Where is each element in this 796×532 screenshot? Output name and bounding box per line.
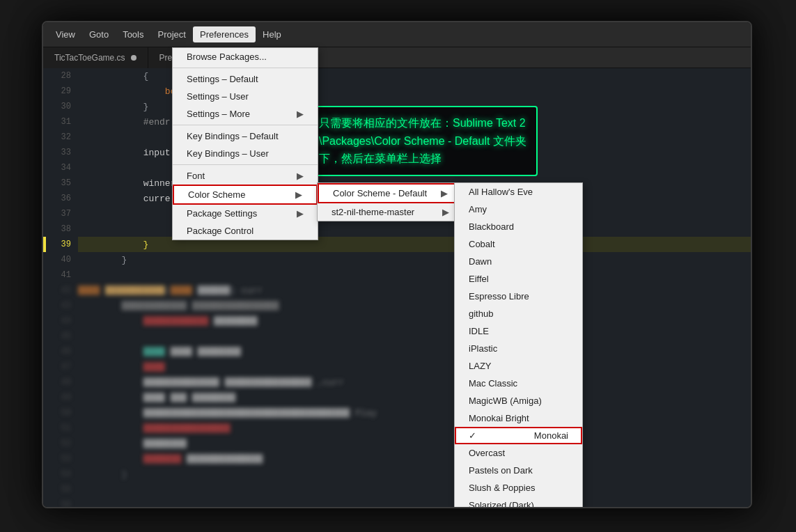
preferences-menu: Browse Packages... Settings – Default Se… [172,47,318,240]
code-line-56: 56 [78,497,751,507]
st2-nil-theme[interactable]: st2-nil-theme-master ▶ [318,203,463,221]
code-line-42: 42 ████ ███████████(████ ██████) curr [78,283,751,298]
cs-amy[interactable]: Amy [455,201,582,218]
cs-slush[interactable]: Slush & Poppies [455,479,582,496]
cs-cobalt[interactable]: Cobalt [455,235,582,253]
cs-dawn[interactable]: Dawn [455,253,582,270]
code-line-40: 40 } [78,252,751,267]
tab-label: TicTacToeGame.cs [54,53,125,63]
menu-view[interactable]: View [49,26,82,42]
code-line-44: 44 ████████████ ████████ [78,313,751,329]
settings-default[interactable]: Settings – Default [173,70,318,88]
key-bindings-user[interactable]: Key Bindings – User [173,145,318,162]
cs-solarized-dark[interactable]: Solarized (Dark) [455,496,582,508]
code-line-41: 41 [78,267,751,283]
package-settings-arrow: ▶ [297,208,304,219]
cs-espresso[interactable]: Espresso Libre [455,288,582,305]
code-line-55: 55 [78,482,751,497]
cs-magicwb[interactable]: MagicWB (Amiga) [455,392,582,409]
cs-idle[interactable]: IDLE [455,322,582,340]
menu-tools[interactable]: Tools [116,26,150,42]
code-line-47: 47 ████ [78,359,751,375]
code-line-52: 52 ████████ [78,436,751,451]
code-line-46: 46 ████ ████ ████████ [78,344,751,359]
line-marker [43,237,46,252]
menu-preferences[interactable]: Preferences [193,26,256,42]
menu-help[interactable]: Help [256,26,288,42]
color-scheme-arrow: ▶ [295,189,302,200]
code-line-54: 54 } [78,467,751,482]
browse-packages[interactable]: Browse Packages... [173,48,318,65]
tab-unsaved-dot [131,55,136,61]
code-line-49: 49 ████ ███ ████████ [78,390,751,405]
code-line-48: 48 ██████████████ ████████████████ ,curr [78,375,751,390]
menu-separator-2 [173,125,318,125]
tab-tictactoe[interactable]: TicTacToeGame.cs [43,47,148,68]
cs-eiffel[interactable]: Eiffel [455,270,582,288]
code-line-45: 45 [78,329,751,344]
color-scheme-submenu: Color Scheme - Default ▶ st2-nil-theme-m… [317,182,464,221]
settings-user[interactable]: Settings – User [173,88,318,105]
settings-more[interactable]: Settings – More ▶ [173,105,318,123]
cs-allhallows[interactable]: All Hallow's Eve [455,183,582,201]
key-bindings-default[interactable]: Key Bindings – Default [173,127,318,145]
app-window: View Goto Tools Project Preferences Help… [42,21,752,508]
settings-more-arrow: ▶ [297,109,304,119]
cs-monokai[interactable]: ✓ Monokai [455,427,582,444]
menubar: View Goto Tools Project Preferences Help [43,22,751,47]
cs-monokaibright[interactable]: Monokai Bright [455,409,582,427]
menu-separator-1 [173,68,318,68]
menu-project[interactable]: Project [151,26,193,42]
color-scheme-default[interactable]: Color Scheme - Default ▶ [318,183,463,203]
cs-macclassic[interactable]: Mac Classic [455,375,582,392]
code-line-43: 43 ████████████ ████████████████ [78,298,751,313]
color-scheme-option[interactable]: Color Scheme ▶ [173,185,318,205]
package-control[interactable]: Package Control [173,222,318,240]
cs-blackboard[interactable]: Blackboard [455,218,582,235]
cs-github[interactable]: github [455,305,582,322]
code-line-51: 51 ████████████████ [78,421,751,436]
cs-iplastic[interactable]: iPlastic [455,340,582,357]
checkmark-icon: ✓ [469,430,476,441]
cs-lazy[interactable]: LAZY [455,357,582,375]
tabbar: TicTacToeGame.cs Prefe... [43,47,751,68]
font-option[interactable]: Font ▶ [173,167,318,185]
color-scheme-default-list: All Hallow's Eve Amy Blackboard Cobalt D… [454,182,583,508]
code-line-53: 53 ███████ ██████████████ [78,451,751,467]
cs-pastels[interactable]: Pastels on Dark [455,462,582,479]
color-scheme-default-arrow: ▶ [441,188,448,198]
chinese-instruction-overlay: 只需要将相应的文件放在：Sublime Text 2 \Packages\Col… [308,106,538,176]
st2-nil-arrow: ▶ [442,207,449,217]
package-settings[interactable]: Package Settings ▶ [173,205,318,222]
code-line-50: 50 █████████████████████████████████████… [78,405,751,421]
menu-goto[interactable]: Goto [82,26,116,42]
font-arrow: ▶ [297,171,304,181]
cs-overcast[interactable]: Overcast [455,444,582,462]
menu-separator-3 [173,164,318,165]
